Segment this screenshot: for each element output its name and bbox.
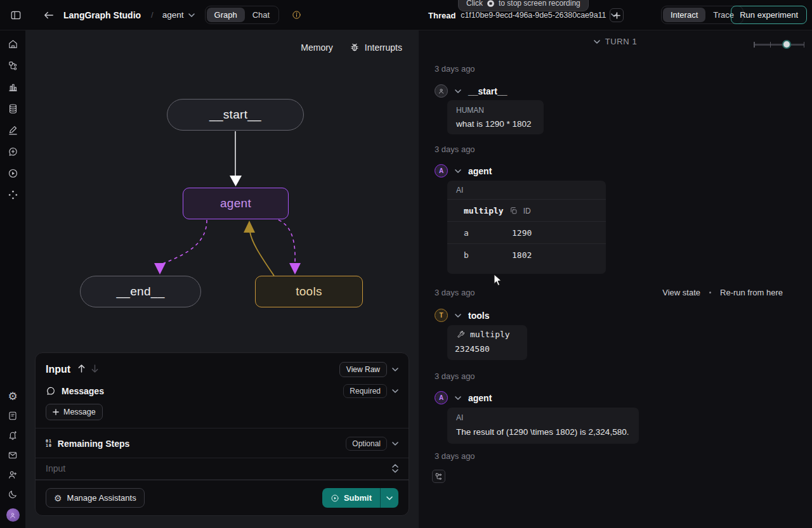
app-sidebar: ⚙: [0, 30, 25, 528]
graph-node-agent[interactable]: agent: [183, 188, 289, 219]
event-agent-reply-label[interactable]: agent: [468, 393, 492, 403]
chevron-down-icon[interactable]: [392, 389, 398, 393]
arg-key: b: [464, 250, 512, 260]
user-add-icon: [8, 470, 18, 480]
info-button[interactable]: [288, 7, 304, 23]
node-agent-label: agent: [220, 196, 251, 210]
view-raw-button[interactable]: View Raw: [339, 362, 387, 377]
timestamp: 3 days ago: [435, 288, 475, 297]
thread-id: c1f10be9-9ecd-496a-9de5-26380cae9a11: [461, 11, 606, 20]
view-state-button[interactable]: View state: [662, 288, 700, 297]
sidebar-item-prompts[interactable]: [7, 146, 18, 157]
ai-tool-call-card: AI multiply ID a 1290 b 1802: [447, 181, 606, 274]
slider-tick: [770, 42, 771, 48]
bell-add-icon: [8, 430, 18, 441]
graph-node-end[interactable]: __end__: [80, 276, 201, 307]
copy-icon[interactable]: [509, 207, 518, 215]
play-circle-icon: [8, 168, 18, 179]
ai-reply-card: AI The result of (1290 \times 1802) is 2…: [447, 408, 639, 444]
run-experiment-button[interactable]: Run experiment: [731, 6, 807, 24]
checkpoint-actions-row: 3 days ago View state Re-run from here: [435, 288, 783, 297]
gear-icon: ⚙: [8, 391, 17, 402]
add-message-button[interactable]: Message: [46, 404, 103, 420]
manage-assistants-button[interactable]: ⚙ Manage Assistants: [46, 488, 145, 508]
sidebar-item-playground[interactable]: [7, 167, 18, 179]
role-label-human: HUMAN: [456, 106, 535, 115]
sidebar-item-settings[interactable]: ⚙: [7, 390, 18, 402]
back-button[interactable]: [41, 7, 57, 23]
thread-label: Thread: [428, 11, 455, 20]
timestamp: 3 days ago: [435, 451, 475, 461]
messages-requirement-badge[interactable]: Required: [343, 384, 387, 398]
sidebar-item-graphs[interactable]: [7, 60, 18, 71]
remaining-steps-section-header: 01 10 Remaining Steps Optional: [46, 435, 398, 453]
remaining-steps-requirement-badge[interactable]: Optional: [346, 437, 387, 451]
sidebar-item-annotations[interactable]: [7, 124, 18, 136]
remaining-steps-label: Remaining Steps: [58, 439, 130, 449]
chevron-down-icon[interactable]: [392, 368, 398, 371]
slider-handle[interactable]: [782, 40, 791, 49]
timestamp: 3 days ago: [435, 145, 475, 154]
arrow-up-icon: [78, 364, 85, 373]
submit-button[interactable]: Submit: [322, 488, 380, 508]
chevron-down-icon[interactable]: [455, 169, 461, 173]
interrupts-button[interactable]: Interrupts: [350, 42, 402, 53]
tool-result-value: 2324580: [455, 344, 520, 354]
tool-call-id-label[interactable]: ID: [523, 207, 531, 216]
sidebar-item-notifications[interactable]: [7, 430, 18, 441]
play-circle-icon: [331, 494, 339, 503]
messages-section-header: Messages Required: [46, 382, 398, 400]
chat-add-icon: [8, 146, 18, 157]
user-avatar[interactable]: [6, 508, 20, 522]
input-panel-header: Input View Raw: [46, 361, 398, 378]
event-start-label[interactable]: __start__: [468, 86, 508, 96]
rerun-from-here-button[interactable]: Re-run from here: [720, 288, 783, 297]
history-slider[interactable]: [754, 41, 804, 48]
info-icon: [292, 10, 301, 20]
chevron-down-icon[interactable]: [455, 314, 461, 318]
turn-header[interactable]: TURN 1: [419, 37, 812, 46]
add-message-label: Message: [63, 408, 96, 416]
graph-node-start[interactable]: __start__: [167, 99, 304, 131]
gear-icon: ⚙: [54, 494, 62, 503]
sidebar-item-mail[interactable]: [7, 449, 18, 461]
sidebar-item-docs[interactable]: [7, 410, 18, 422]
tab-interact[interactable]: Interact: [663, 8, 705, 22]
run-experiment-label: Run experiment: [740, 10, 798, 20]
workflow-icon: [435, 472, 443, 480]
remaining-steps-input[interactable]: [46, 463, 376, 473]
memory-button[interactable]: Memory: [301, 42, 333, 53]
chevron-down-icon[interactable]: [392, 442, 398, 446]
workflow-icon: [8, 60, 18, 71]
sidebar-item-deployments[interactable]: [7, 189, 18, 200]
tab-chat[interactable]: Chat: [245, 8, 277, 22]
event-agent-label[interactable]: agent: [468, 166, 492, 176]
number-stepper[interactable]: [392, 464, 398, 473]
graph-selector[interactable]: agent: [162, 10, 195, 20]
turn-label: TURN 1: [605, 37, 638, 46]
fork-thread-button[interactable]: [432, 470, 445, 483]
sidebar-item-datasets[interactable]: [7, 103, 18, 114]
event-agent: A agent: [435, 164, 492, 177]
chevron-down-icon[interactable]: [455, 89, 461, 93]
interrupts-label: Interrupts: [365, 42, 402, 53]
sidebar-item-invite[interactable]: [7, 469, 18, 480]
sidebar-item-home[interactable]: [7, 38, 18, 49]
tab-graph[interactable]: Graph: [207, 8, 245, 22]
event-tools-label[interactable]: tools: [468, 311, 489, 321]
chevron-down-icon[interactable]: [455, 396, 461, 400]
user-avatar: [435, 84, 448, 98]
graph-node-tools[interactable]: tools: [255, 276, 363, 307]
bar-chart-icon: [8, 82, 18, 93]
sidebar-toggle-button[interactable]: [8, 7, 24, 23]
new-thread-button[interactable]: [610, 8, 624, 22]
collapse-up-button[interactable]: [78, 364, 85, 375]
tool-result-card: multiply 2324580: [447, 325, 527, 360]
graph-canvas[interactable]: Memory Interrupts __start__ agent __end_…: [25, 30, 419, 528]
top-bar: LangGraph Studio / agent Graph Chat Thre…: [0, 0, 812, 30]
collapse-down-button[interactable]: [91, 364, 98, 375]
agent-avatar: A: [435, 391, 448, 404]
submit-options-button[interactable]: [380, 488, 398, 508]
sidebar-item-dark-mode[interactable]: [7, 489, 18, 500]
sidebar-item-analytics[interactable]: [7, 81, 18, 93]
